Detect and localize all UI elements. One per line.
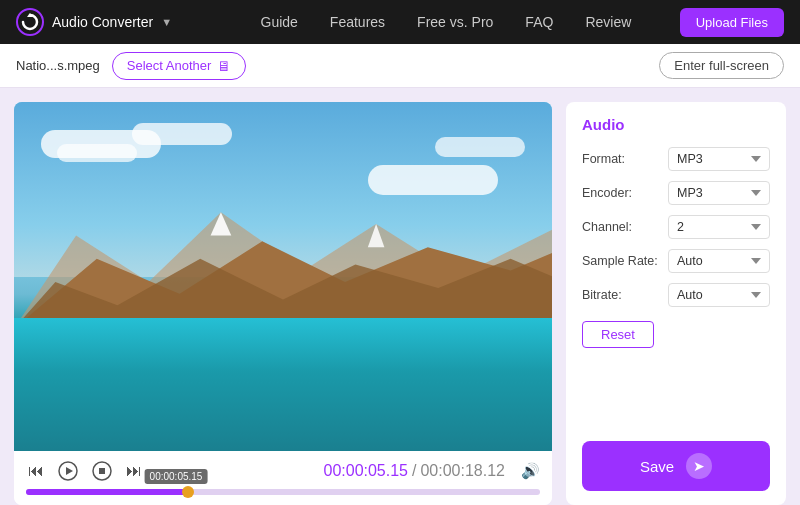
format-row: Format: MP3AACWAVOGGFLAC [582,147,770,171]
bitrate-row: Bitrate: Auto128k192k256k320k [582,283,770,307]
format-label: Format: [582,152,662,166]
controls-row: ⏮ ⏭ 00:00:05.15 / 00: [26,459,540,483]
fullscreen-button[interactable]: Enter full-screen [659,52,784,79]
sample-rate-label: Sample Rate: [582,254,662,268]
spacer [582,348,770,433]
stop-button[interactable] [90,459,114,483]
toolbar-left: Natio...s.mpeg Select Another 🖥 [16,52,246,80]
video-panel: ⏮ ⏭ 00:00:05.15 / 00: [14,102,552,505]
video-controls: ⏮ ⏭ 00:00:05.15 / 00: [14,451,552,505]
time-separator-total: / [412,462,416,480]
encoder-label: Encoder: [582,186,662,200]
settings-panel: Audio Format: MP3AACWAVOGGFLAC Encoder: … [566,102,786,505]
cloud-2 [57,144,137,162]
main-nav: Guide Features Free vs. Pro FAQ Review [212,14,680,30]
format-select[interactable]: MP3AACWAVOGGFLAC [668,147,770,171]
reset-button[interactable]: Reset [582,321,654,348]
header: Audio Converter ▼ Guide Features Free vs… [0,0,800,44]
volume-button[interactable]: 🔊 [521,462,540,480]
header-right: Upload Files [680,8,784,37]
encoder-select[interactable]: MP3AACVorbis [668,181,770,205]
select-another-button[interactable]: Select Another 🖥 [112,52,247,80]
save-icon: ➤ [686,453,712,479]
settings-title: Audio [582,116,770,133]
nav-faq[interactable]: FAQ [525,14,553,30]
nav-features[interactable]: Features [330,14,385,30]
main-content: ⏮ ⏭ 00:00:05.15 / 00: [0,88,800,505]
save-button[interactable]: Save ➤ [582,441,770,491]
encoder-row: Encoder: MP3AACVorbis [582,181,770,205]
channel-label: Channel: [582,220,662,234]
bitrate-label: Bitrate: [582,288,662,302]
current-time: 00:00:05.15 [323,462,408,480]
svg-marker-8 [66,467,73,475]
rewind-button[interactable]: ⏮ [26,460,46,482]
svg-point-0 [17,9,43,35]
total-time: 00:00:18.12 [420,462,505,480]
save-label: Save [640,458,674,475]
app-logo[interactable]: Audio Converter ▼ [16,8,172,36]
cloud-3 [132,123,232,145]
toolbar: Natio...s.mpeg Select Another 🖥 Enter fu… [0,44,800,88]
video-water [14,318,552,451]
stop-icon [92,461,112,481]
time-info: 00:00:05.15 / 00:00:18.12 [323,462,505,480]
dropdown-icon[interactable]: ▼ [161,16,172,28]
play-button[interactable] [56,459,80,483]
video-area [14,102,552,451]
channel-row: Channel: 12Auto [582,215,770,239]
progress-track[interactable] [26,489,540,495]
play-icon [58,461,78,481]
bitrate-select[interactable]: Auto128k192k256k320k [668,283,770,307]
svg-rect-10 [99,468,105,474]
fast-forward-button[interactable]: ⏭ [124,460,144,482]
nav-review[interactable]: Review [585,14,631,30]
progress-container[interactable]: 00:00:05.15 [26,487,540,499]
progress-thumb-label: 00:00:05.15 [145,469,208,484]
nav-free-vs-pro[interactable]: Free vs. Pro [417,14,493,30]
upload-files-button[interactable]: Upload Files [680,8,784,37]
sample-rate-select[interactable]: Auto441004800022050 [668,249,770,273]
progress-fill [26,489,190,495]
progress-thumb [182,486,194,498]
monitor-icon: 🖥 [217,58,231,74]
channel-select[interactable]: 12Auto [668,215,770,239]
cloud-5 [435,137,525,157]
mountain-svg [14,189,552,329]
logo-icon [16,8,44,36]
select-another-label: Select Another [127,58,212,73]
app-name: Audio Converter [52,14,153,30]
sample-rate-row: Sample Rate: Auto441004800022050 [582,249,770,273]
file-name: Natio...s.mpeg [16,58,100,73]
nav-guide[interactable]: Guide [261,14,298,30]
